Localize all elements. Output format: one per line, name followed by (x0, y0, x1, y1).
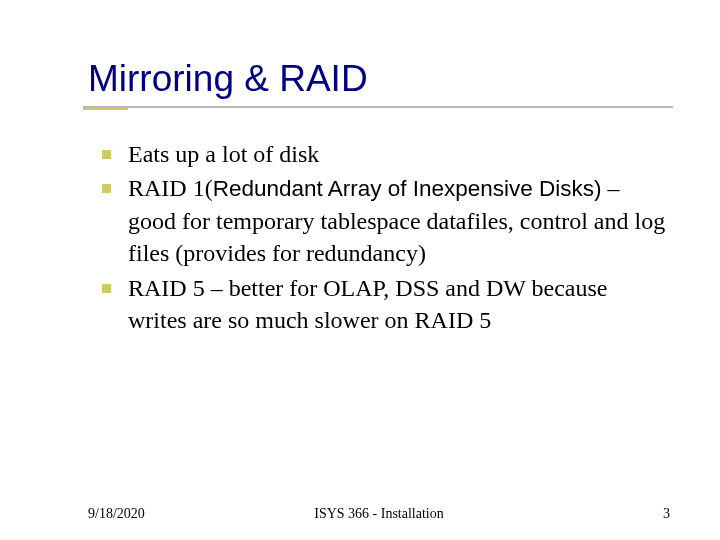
footer-center: ISYS 366 - Installation (314, 506, 444, 522)
underline-grey (83, 106, 673, 108)
underline-accent (83, 108, 128, 110)
bullet-list: Eats up a lot of disk RAID 1(Redundant A… (88, 138, 670, 336)
title-underline (88, 106, 670, 108)
bullet-text: Eats up a lot of disk (128, 141, 319, 167)
bullet-text: RAID 5 – better for OLAP, DSS and DW bec… (128, 275, 607, 333)
list-item: RAID 5 – better for OLAP, DSS and DW bec… (128, 272, 670, 337)
footer-page: 3 (663, 506, 670, 522)
slide-title: Mirroring & RAID (88, 58, 670, 100)
list-item: Eats up a lot of disk (128, 138, 670, 170)
footer-date: 9/18/2020 (88, 506, 145, 522)
bullet-text: RAID 1( (128, 175, 213, 201)
slide: Mirroring & RAID Eats up a lot of disk R… (0, 0, 720, 540)
bullet-sans: Redundant Array of Inexpensive Disks) (213, 176, 602, 201)
list-item: RAID 1(Redundant Array of Inexpensive Di… (128, 172, 670, 269)
footer: 9/18/2020 ISYS 366 - Installation 3 (88, 506, 670, 522)
